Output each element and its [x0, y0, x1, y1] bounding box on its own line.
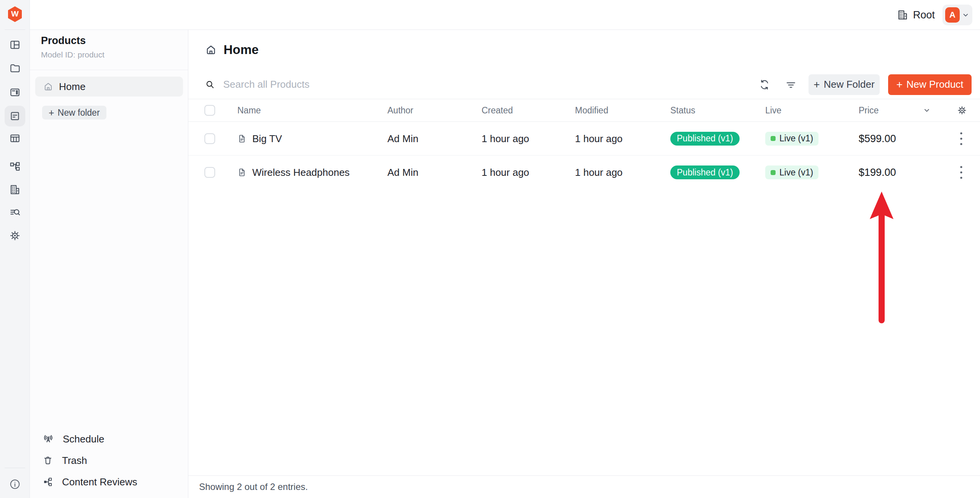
rail-item-page-builder[interactable] [5, 82, 25, 103]
info-icon [9, 478, 21, 490]
refresh-icon [759, 79, 770, 90]
rail-item-tenants[interactable] [5, 179, 25, 200]
sidebar-footer-nav: Schedule Trash Content Reviews [30, 428, 188, 493]
entry-author: Ad Min [387, 133, 418, 144]
sidebar-home-label: Home [59, 81, 85, 93]
rail-item-workflows[interactable] [5, 156, 25, 177]
entry-name: Big TV [252, 133, 282, 144]
filter-icon [785, 79, 797, 90]
column-header-price[interactable]: Price [859, 105, 879, 116]
row-menu-button[interactable] [956, 164, 966, 181]
rail-item-audit-logs[interactable] [5, 202, 25, 223]
new-folder-button[interactable]: + New Folder [808, 74, 880, 95]
sidebar-item-content-reviews[interactable]: Content Reviews [30, 471, 188, 493]
refresh-button[interactable] [759, 79, 770, 90]
new-product-button[interactable]: + New Product [888, 74, 972, 95]
select-all-checkbox[interactable] [204, 105, 215, 116]
toolbar-actions: + New Folder + New Product [759, 70, 972, 99]
sidebar-trash-label: Trash [62, 455, 87, 467]
status-badge: Published (v1) [670, 165, 740, 179]
sidebar: Products Model ID: product Home + New fo… [30, 30, 188, 498]
folder-icon [9, 62, 21, 74]
chevron-down-icon [961, 10, 970, 20]
rail-item-settings[interactable] [5, 225, 25, 246]
sidebar-item-schedule[interactable]: Schedule [30, 428, 188, 450]
sidebar-item-trash[interactable]: Trash [30, 450, 188, 471]
app-rail: W [0, 0, 30, 498]
table-icon [9, 133, 21, 144]
rail-divider-bottom [5, 468, 25, 468]
tenant-building-icon [897, 9, 908, 21]
table-header: Name Author Created Modified Status Live… [188, 99, 980, 122]
search-icon [205, 80, 215, 89]
logo-letter: W [8, 6, 22, 22]
column-header-status[interactable]: Status [670, 105, 695, 116]
plus-icon: + [896, 79, 902, 90]
entry-modified: 1 hour ago [575, 167, 622, 179]
model-id: Model ID: product [41, 50, 188, 59]
sidebar-new-folder-label: New folder [58, 108, 100, 118]
trash-icon [43, 455, 53, 465]
sidebar-new-folder-button[interactable]: + New folder [42, 106, 106, 120]
live-badge: Live (v1) [765, 165, 818, 179]
live-dot-icon [771, 136, 776, 141]
table-row[interactable]: Big TV Ad Min 1 hour ago 1 hour ago Publ… [188, 122, 980, 156]
entry-created: 1 hour ago [482, 133, 529, 144]
filter-button[interactable] [785, 79, 797, 90]
kebab-icon [960, 131, 963, 146]
toolbar: + New Folder + New Product [188, 70, 980, 99]
info-button[interactable] [9, 478, 21, 490]
entry-price: $199.00 [859, 167, 896, 179]
home-icon [205, 44, 217, 56]
entries-count: Showing 2 out of 2 entries. [199, 482, 308, 492]
file-icon [237, 134, 247, 143]
top-bar: Root A [30, 0, 980, 30]
row-checkbox[interactable] [204, 133, 215, 144]
chevron-down-icon [923, 106, 931, 115]
table-row[interactable]: Wireless Headphones Ad Min 1 hour ago 1 … [188, 156, 980, 189]
entry-author: Ad Min [387, 167, 418, 179]
sidebar-schedule-label: Schedule [63, 433, 104, 445]
plus-icon: + [813, 79, 820, 90]
file-icon [237, 168, 247, 177]
tenant-selector[interactable]: Root [897, 0, 935, 30]
cms-entries-icon [9, 110, 21, 122]
main-content: Home + New Folder [188, 30, 980, 498]
column-header-name[interactable]: Name [237, 105, 261, 116]
kebab-icon [960, 165, 963, 180]
column-header-author[interactable]: Author [387, 105, 413, 116]
row-menu-button[interactable] [956, 130, 966, 147]
rail-item-file-manager[interactable] [5, 58, 25, 79]
entry-price: $599.00 [859, 133, 896, 144]
page-heading: Home [205, 30, 259, 70]
new-folder-label: New Folder [824, 79, 875, 90]
tenant-label: Root [913, 9, 935, 21]
entry-modified: 1 hour ago [575, 133, 622, 144]
rail-item-headless-cms[interactable] [5, 106, 25, 126]
rail-item-structures[interactable] [5, 128, 25, 149]
plus-icon: + [49, 108, 54, 118]
new-product-label: New Product [906, 79, 964, 90]
webiny-logo[interactable]: W [8, 6, 22, 22]
search-input[interactable] [223, 79, 468, 90]
rail-divider [5, 29, 25, 30]
rail-item-dashboard[interactable] [5, 34, 25, 55]
model-title: Products [41, 35, 188, 47]
row-checkbox[interactable] [204, 167, 215, 178]
workflow-icon [43, 477, 53, 487]
sidebar-item-home[interactable]: Home [35, 77, 183, 97]
column-header-modified[interactable]: Modified [575, 105, 608, 116]
search-list-icon [9, 207, 21, 218]
broadcast-icon [43, 434, 54, 444]
entry-created: 1 hour ago [482, 167, 529, 179]
column-header-live[interactable]: Live [765, 105, 781, 116]
gear-icon [9, 230, 21, 241]
price-sort-chevron[interactable] [923, 106, 931, 115]
search-bar [205, 70, 496, 99]
column-header-created[interactable]: Created [482, 105, 513, 116]
user-menu[interactable]: A [942, 5, 972, 25]
table-settings-button[interactable] [957, 105, 967, 115]
sidebar-header: Products Model ID: product [30, 30, 188, 70]
live-label: Live (v1) [779, 133, 813, 144]
table-footer: Showing 2 out of 2 entries. [188, 475, 980, 498]
